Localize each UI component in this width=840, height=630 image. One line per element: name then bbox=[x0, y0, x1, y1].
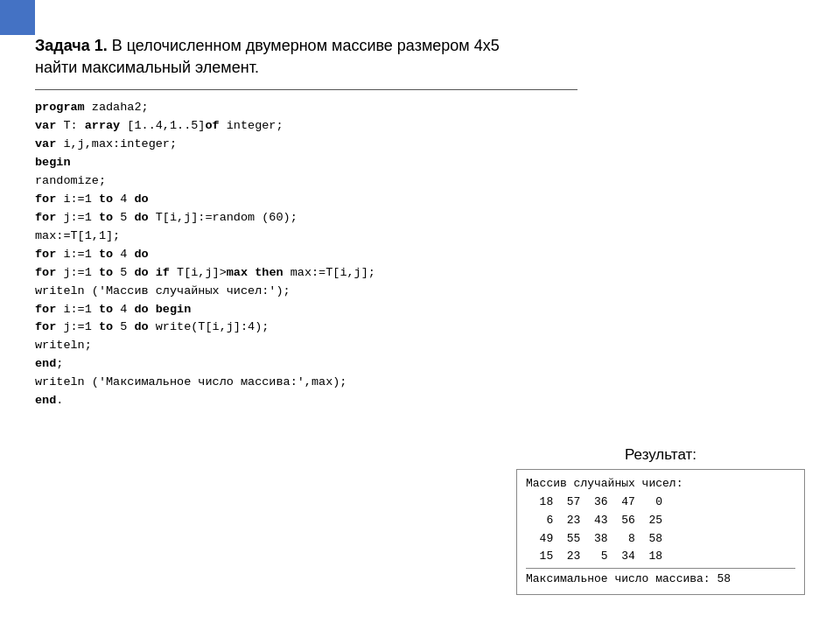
code-line: var T: array [1..4,1..5]of integer; bbox=[35, 117, 805, 136]
code-line: var i,j,max:integer; bbox=[35, 136, 805, 154]
code-line: begin bbox=[35, 154, 805, 172]
result-table: Массив случайных чисел: 18 57 36 47 0 6 … bbox=[516, 469, 805, 595]
result-footer: Максимальное число массива: 58 bbox=[526, 568, 795, 589]
code-line: for i:=1 to 4 do bbox=[35, 191, 805, 209]
page: Задача 1. В целочисленном двумерном масс… bbox=[0, 0, 840, 630]
code-line: for i:=1 to 4 do bbox=[35, 246, 805, 264]
code-line: end; bbox=[35, 355, 805, 374]
code-line: end. bbox=[35, 392, 805, 410]
code-line: writeln ('Максимальное число массива:',m… bbox=[35, 374, 805, 392]
code-line: for j:=1 to 5 do write(T[i,j]:4); bbox=[35, 318, 805, 337]
result-section: Результат: Массив случайных чисел: 18 57… bbox=[516, 446, 805, 595]
result-row-2: 6 23 43 56 25 bbox=[526, 512, 795, 530]
code-line: writeln; bbox=[35, 337, 805, 355]
result-row-1: 18 57 36 47 0 bbox=[526, 494, 795, 512]
code-line: for j:=1 to 5 do T[i,j]:=random (60); bbox=[35, 209, 805, 228]
corner-decoration bbox=[0, 0, 35, 35]
result-header: Массив случайных чисел: bbox=[526, 475, 795, 494]
code-block: program zadaha2;var T: array [1..4,1..5]… bbox=[35, 99, 805, 410]
result-row-4: 15 23 5 34 18 bbox=[526, 548, 795, 566]
result-row-3: 49 55 38 8 58 bbox=[526, 530, 795, 549]
result-label: Результат: bbox=[516, 446, 805, 464]
title-bold: Задача 1. bbox=[35, 37, 108, 54]
title-line2: найти максимальный элемент. bbox=[35, 59, 259, 76]
code-line: for i:=1 to 4 do begin bbox=[35, 301, 805, 319]
section-divider bbox=[35, 89, 578, 90]
title-normal: В целочисленном двумерном массиве размер… bbox=[108, 37, 500, 54]
title-block: Задача 1. В целочисленном двумерном масс… bbox=[35, 35, 805, 79]
code-line: for j:=1 to 5 do if T[i,j]>max then max:… bbox=[35, 264, 805, 283]
code-line: program zadaha2; bbox=[35, 99, 805, 117]
code-line: writeln ('Массив случайных чисел:'); bbox=[35, 283, 805, 301]
code-line: max:=T[1,1]; bbox=[35, 228, 805, 246]
code-line: randomize; bbox=[35, 172, 805, 191]
